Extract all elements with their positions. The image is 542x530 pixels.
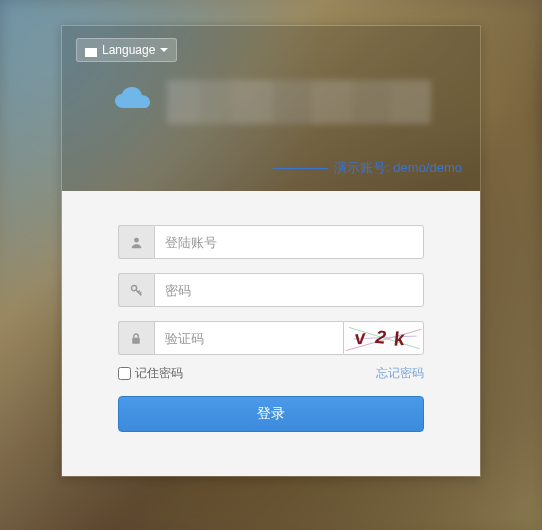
remember-checkbox[interactable] bbox=[118, 367, 131, 380]
caret-down-icon bbox=[160, 48, 168, 52]
options-row: 记住密码 忘记密码 bbox=[118, 365, 424, 382]
password-group bbox=[118, 273, 424, 307]
captcha-input[interactable] bbox=[154, 321, 343, 355]
svg-rect-3 bbox=[133, 337, 141, 343]
password-input[interactable] bbox=[154, 273, 424, 307]
lock-icon bbox=[118, 321, 154, 355]
cloud-icon bbox=[111, 84, 155, 120]
forgot-password-link[interactable]: 忘记密码 bbox=[376, 365, 424, 382]
logo-row bbox=[76, 80, 466, 124]
svg-text:2: 2 bbox=[373, 326, 387, 348]
login-card: Language 演示账号: demo/demo bbox=[61, 25, 481, 477]
user-icon bbox=[118, 225, 154, 259]
language-dropdown[interactable]: Language bbox=[76, 38, 177, 62]
demo-account-hint: 演示账号: demo/demo bbox=[273, 159, 462, 177]
app-title-blurred bbox=[167, 80, 431, 124]
captcha-group: v 2 k bbox=[118, 321, 424, 355]
username-input[interactable] bbox=[154, 225, 424, 259]
key-icon bbox=[118, 273, 154, 307]
remember-label: 记住密码 bbox=[135, 365, 183, 382]
username-group bbox=[118, 225, 424, 259]
svg-point-1 bbox=[134, 237, 139, 242]
divider-line bbox=[273, 168, 328, 169]
language-label: Language bbox=[102, 43, 155, 57]
demo-account-text: 演示账号: demo/demo bbox=[334, 159, 462, 177]
remember-password[interactable]: 记住密码 bbox=[118, 365, 183, 382]
flag-icon bbox=[85, 46, 97, 55]
card-body: v 2 k 记住密码 忘记密码 登录 bbox=[62, 191, 480, 476]
card-header: Language 演示账号: demo/demo bbox=[62, 26, 480, 191]
svg-text:k: k bbox=[392, 327, 406, 350]
login-button[interactable]: 登录 bbox=[118, 396, 424, 432]
captcha-image[interactable]: v 2 k bbox=[343, 321, 424, 355]
svg-text:v: v bbox=[353, 325, 368, 348]
